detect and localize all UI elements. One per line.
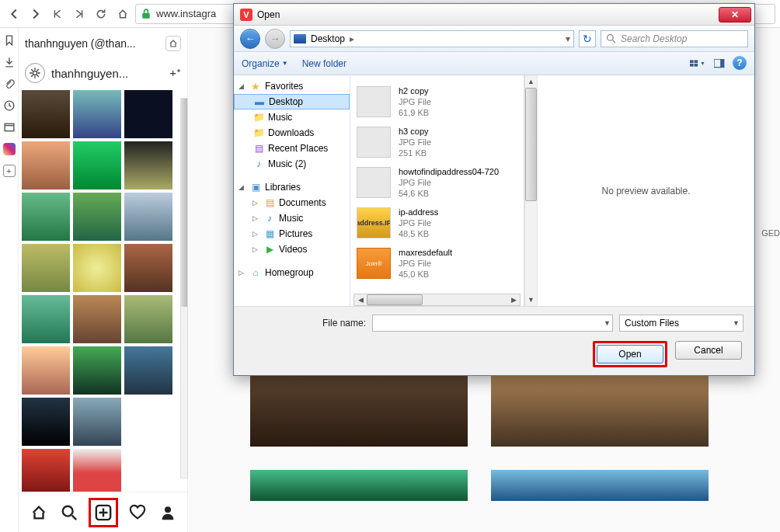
post-thumb[interactable] [22, 90, 70, 138]
file-item[interactable]: h2 copyJPG File61,9 KB [357, 82, 517, 122]
tree-music2[interactable]: ♪Music (2) [234, 156, 350, 172]
chevron-down-icon[interactable]: ▾ [566, 33, 570, 44]
tree-recent[interactable]: ▤Recent Places [234, 141, 350, 156]
post-thumb[interactable] [124, 295, 172, 343]
nav-profile-icon[interactable] [157, 502, 179, 523]
svg-point-7 [608, 35, 614, 41]
tree-downloads[interactable]: 📁Downloads [234, 125, 350, 141]
lock-icon [141, 9, 151, 19]
new-folder-button[interactable]: New folder [302, 58, 346, 69]
reload-button[interactable] [92, 5, 110, 23]
file-thumb-icon: address.IP [357, 207, 391, 238]
preview-text: No preview available. [601, 186, 690, 196]
dialog-title: Open [257, 9, 280, 20]
nav-back-button[interactable]: ← [240, 29, 260, 49]
preview-pane-button[interactable] [711, 56, 728, 71]
post-thumb[interactable] [73, 90, 121, 138]
post-thumb[interactable] [124, 141, 172, 190]
chevron-right-icon[interactable]: ▸ [350, 33, 354, 44]
search-input[interactable]: Search Desktop [601, 30, 748, 47]
tree-desktop[interactable]: ▬Desktop [234, 94, 350, 110]
close-button[interactable]: ✕ [719, 7, 751, 23]
post-thumb[interactable] [22, 244, 70, 292]
file-item[interactable]: h3 copyJPG File251 KB [357, 122, 517, 162]
post-thumb[interactable] [73, 449, 121, 492]
post-thumb[interactable] [73, 398, 121, 446]
dialog-titlebar[interactable]: V Open ✕ [234, 4, 754, 26]
post-thumb[interactable] [124, 90, 172, 138]
post-thumb[interactable] [22, 295, 70, 343]
post-thumb[interactable] [124, 346, 172, 395]
post-thumb[interactable] [124, 244, 172, 292]
post-thumb[interactable] [73, 244, 121, 292]
post-thumb[interactable] [22, 398, 70, 446]
nav-home-icon[interactable] [28, 502, 50, 523]
horizontal-scrollbar[interactable]: ◀▶ [353, 294, 521, 306]
help-button[interactable]: ? [733, 56, 747, 70]
dialog-body: ◢★Favorites ▬Desktop 📁Music 📁Downloads ▤… [234, 75, 754, 306]
file-thumb-icon [357, 167, 391, 198]
nav-add-post-button[interactable] [92, 502, 114, 523]
path-breadcrumb[interactable]: Desktop ▸ ▾ [290, 30, 574, 47]
post-thumb[interactable] [124, 398, 172, 446]
add-panel-button[interactable]: + [3, 165, 16, 177]
panel-home-icon[interactable] [165, 36, 181, 51]
forward-button[interactable] [26, 5, 45, 23]
post-thumb[interactable] [73, 193, 121, 241]
post-thumb[interactable] [124, 449, 172, 492]
post-thumb[interactable] [73, 295, 121, 343]
post-thumb[interactable] [22, 141, 70, 190]
tree-videos[interactable]: ▷▶Videos [234, 242, 350, 257]
svg-point-6 [164, 506, 170, 513]
username: thanhnguyen... [51, 67, 128, 80]
instagram-icon[interactable] [3, 143, 16, 155]
open-button[interactable]: Open [597, 345, 663, 363]
rewind-button[interactable] [48, 5, 67, 23]
gear-icon[interactable] [25, 63, 45, 83]
attach-icon[interactable] [3, 78, 16, 90]
history-icon[interactable] [3, 99, 16, 112]
home-button[interactable] [113, 5, 132, 23]
cancel-button[interactable]: Cancel [675, 341, 742, 360]
bookmarks-icon[interactable] [3, 34, 16, 47]
nav-heart-icon[interactable] [127, 502, 148, 523]
filename-input[interactable]: ▼ [372, 315, 613, 332]
download-icon[interactable] [3, 56, 16, 68]
filetype-select[interactable]: Custom Files▼ [619, 315, 743, 332]
tree-documents[interactable]: ▷▤Documents [234, 195, 350, 210]
panel-header: thanhnguyen (@than... [19, 28, 187, 59]
file-item[interactable]: howtofindipaddress04-720JPG File54,6 KB [357, 162, 517, 203]
post-thumb[interactable] [124, 193, 172, 241]
nav-forward-button[interactable]: → [265, 29, 285, 49]
nav-search-icon[interactable] [58, 502, 80, 523]
file-item[interactable]: address.IP ip-addressJPG File48,5 KB [357, 203, 517, 243]
tree-music[interactable]: 📁Music [234, 110, 350, 125]
view-mode-button[interactable]: ▼ [689, 56, 706, 71]
add-story-button[interactable]: +ᐩ [169, 66, 181, 80]
tree-homegroup[interactable]: ▷⌂Homegroup [234, 265, 350, 280]
feed-post[interactable] [491, 470, 709, 501]
tree-favorites[interactable]: ◢★Favorites [234, 78, 350, 94]
refresh-button[interactable]: ↻ [579, 30, 596, 47]
tree-libraries[interactable]: ◢▣Libraries [234, 179, 350, 195]
vertical-scrollbar[interactable]: ▲▼ [524, 75, 537, 306]
post-thumb[interactable] [73, 346, 121, 395]
chevron-down-icon[interactable]: ▼ [733, 319, 740, 327]
chevron-down-icon[interactable]: ▼ [604, 319, 611, 327]
panel-scrollbar[interactable] [180, 98, 188, 478]
back-button[interactable] [5, 5, 23, 23]
fast-forward-button[interactable] [70, 5, 89, 23]
window-icon[interactable] [3, 121, 16, 134]
svg-rect-0 [142, 12, 149, 18]
svg-rect-9 [695, 60, 698, 63]
organize-menu[interactable]: Organize ▼ [242, 58, 288, 69]
post-thumb[interactable] [22, 449, 70, 492]
post-thumb[interactable] [22, 346, 70, 395]
post-thumb[interactable] [73, 141, 121, 190]
tree-music-lib[interactable]: ▷♪Music [234, 210, 350, 226]
file-item[interactable]: Join® maxresdefaultJPG File45,0 KB [357, 243, 517, 283]
preview-pane: No preview available. [537, 75, 754, 306]
tree-pictures[interactable]: ▷▦Pictures [234, 226, 350, 242]
feed-post[interactable] [250, 470, 468, 501]
post-thumb[interactable] [22, 193, 70, 241]
